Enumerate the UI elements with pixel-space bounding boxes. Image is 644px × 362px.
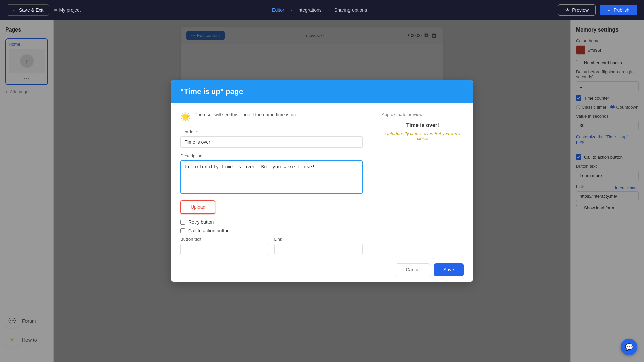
eye-icon: 👁 — [565, 7, 570, 13]
retry-button-row: Retry button — [180, 219, 363, 225]
info-text: The user will see this page if the game … — [195, 112, 298, 117]
button-fields-row: Button text Link — [180, 237, 363, 255]
link-field-label: Link — [274, 237, 363, 242]
cancel-button[interactable]: Cancel — [396, 263, 430, 276]
upload-button[interactable]: Upload — [180, 200, 215, 214]
cta-button-modal-checkbox[interactable] — [180, 228, 185, 233]
check-icon: ✓ — [608, 7, 612, 13]
info-row: 🌟 The user will see this page if the gam… — [180, 112, 363, 121]
save-button[interactable]: Save — [434, 263, 464, 276]
description-textarea[interactable]: Unfortunatly time is over. But you were … — [180, 160, 363, 194]
nav-arrow-1: → — [288, 7, 293, 13]
header-label: Header * — [180, 129, 363, 134]
nav-sharing-link[interactable]: Sharing options — [334, 7, 367, 13]
cta-button-modal-row: Call to action button — [180, 228, 363, 233]
nav-editor-link[interactable]: Editor — [272, 7, 284, 13]
preview-button[interactable]: 👁 Preview — [558, 4, 596, 16]
modal-overlay: "Time is up" page 🌟 The user will see th… — [0, 0, 644, 362]
preview-header: Time is over! — [382, 122, 464, 128]
link-col: Link — [274, 237, 363, 255]
top-navigation: ← Save & Exit My project Editor → Integr… — [0, 0, 644, 20]
required-asterisk: * — [196, 129, 198, 134]
nav-integrations-link[interactable]: Integrations — [297, 7, 322, 13]
dot-icon — [54, 9, 57, 11]
nav-arrow-2: → — [326, 7, 330, 13]
modal-body: 🌟 The user will see this page if the gam… — [171, 103, 473, 258]
project-name: My project — [54, 7, 81, 13]
button-text-field-input[interactable] — [180, 244, 269, 255]
retry-button-checkbox[interactable] — [180, 220, 185, 225]
button-text-field-label: Button text — [180, 237, 269, 242]
link-field-input[interactable] — [274, 244, 363, 255]
description-label: Description — [180, 153, 363, 158]
preview-title: Approximate preview — [382, 112, 464, 117]
back-arrow-icon: ← — [12, 7, 17, 13]
nav-right: 👁 Preview ✓ Publish — [558, 4, 637, 16]
modal-footer: Cancel Save — [171, 258, 473, 282]
time-is-up-modal: "Time is up" page 🌟 The user will see th… — [171, 80, 473, 282]
nav-left: ← Save & Exit My project — [7, 4, 81, 16]
modal-header: "Time is up" page — [171, 80, 473, 103]
chat-icon: 💬 — [625, 343, 633, 351]
chat-button[interactable]: 💬 — [621, 339, 637, 355]
cta-button-modal-label: Call to action button — [188, 228, 230, 233]
info-icon: 🌟 — [180, 112, 191, 121]
button-text-col: Button text — [180, 237, 269, 255]
modal-title: "Time is up" page — [180, 87, 243, 96]
modal-preview: Approximate preview Time is over! Unfort… — [372, 103, 473, 258]
modal-form: 🌟 The user will see this page if the gam… — [171, 103, 372, 258]
preview-card: Time is over! Unfortunatly time is over.… — [382, 122, 464, 141]
save-exit-button[interactable]: ← Save & Exit — [7, 4, 49, 16]
header-input[interactable] — [180, 136, 363, 148]
nav-center: Editor → Integrations → Sharing options — [272, 7, 367, 13]
save-exit-label: Save & Exit — [19, 7, 43, 13]
retry-button-label: Retry button — [188, 219, 214, 225]
publish-button[interactable]: ✓ Publish — [600, 5, 637, 15]
preview-description: Unfortunatly time is over. But you were … — [382, 131, 464, 141]
